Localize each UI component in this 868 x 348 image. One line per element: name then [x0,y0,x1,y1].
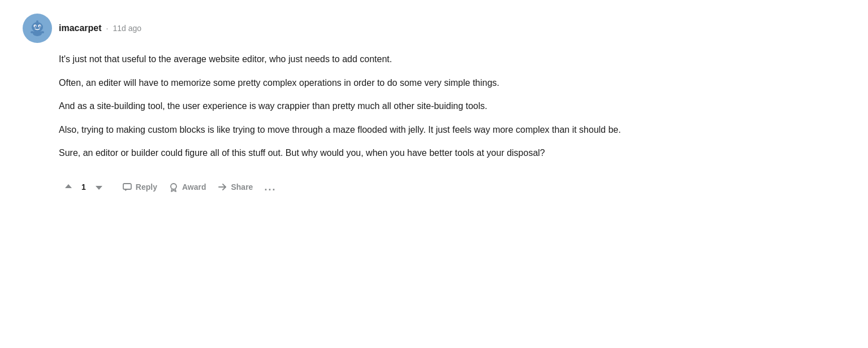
svg-point-8 [33,31,42,36]
downvote-button[interactable] [89,179,109,195]
upvote-button[interactable] [59,179,78,195]
award-icon [169,182,179,192]
comment-paragraph-5: Sure, an editor or builder could figure … [59,146,814,160]
share-label: Share [231,182,253,192]
comment-actions: 1 Reply [59,179,814,195]
svg-point-9 [31,31,34,33]
comment-paragraph-4: Also, trying to making custom blocks is … [59,123,814,137]
reply-label: Reply [136,182,157,192]
reply-icon [122,182,132,192]
comment-timestamp: 11d ago [113,24,141,33]
comment-container: imacarpet · 11d ago It's just not that u… [23,14,814,195]
comment-paragraph-1: It's just not that useful to the average… [59,52,814,67]
svg-point-5 [39,25,40,27]
avatar [23,14,52,43]
comment-header: imacarpet · 11d ago [23,14,814,43]
svg-point-4 [34,25,36,27]
award-label: Award [182,182,206,192]
svg-point-7 [36,20,38,23]
comment-username[interactable]: imacarpet [59,23,102,33]
header-separator: · [106,24,109,33]
more-button[interactable]: ... [260,179,280,195]
svg-point-12 [171,184,176,189]
comment-paragraph-2: Often, an editer will have to memorize s… [59,76,814,90]
more-label: ... [264,181,276,193]
share-button[interactable]: Share [213,179,257,195]
svg-point-10 [41,31,44,33]
comment-paragraph-3: And as a site-building tool, the user ex… [59,99,814,114]
share-icon [217,182,227,192]
award-button[interactable]: Award [164,179,211,195]
svg-rect-11 [123,184,131,189]
downvote-icon [94,182,104,192]
vote-count: 1 [80,182,87,192]
comment-body: It's just not that useful to the average… [59,52,814,160]
upvote-icon [63,182,74,192]
reply-button[interactable]: Reply [118,179,162,195]
